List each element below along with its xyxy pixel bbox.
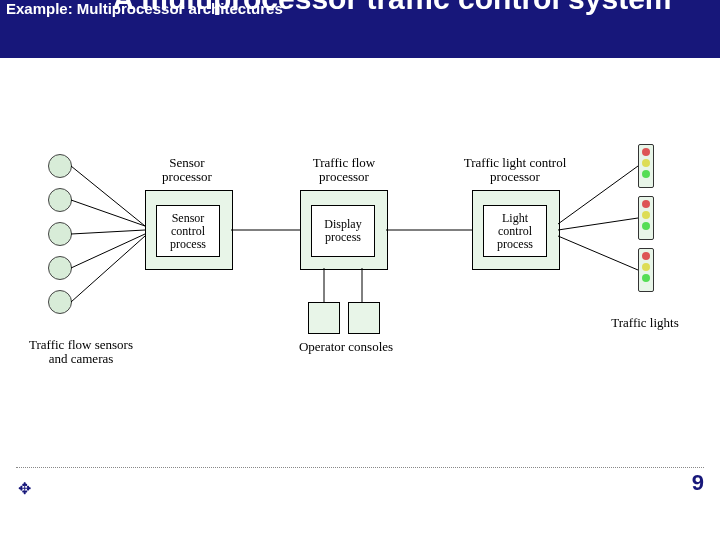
sensor-processor-box: Sensor control process [145, 190, 233, 270]
label-sensors: Traffic flow sensorsand cameras [16, 338, 146, 366]
svg-line-0 [71, 166, 145, 226]
sensor-circle-3 [48, 222, 72, 246]
svg-line-10 [558, 218, 638, 230]
label-light-processor: Traffic light controlprocessor [445, 156, 585, 184]
sensor-process-inner: Sensor control process [156, 205, 220, 257]
sensor-circle-4 [48, 256, 72, 280]
svg-line-1 [71, 200, 145, 226]
page-number: 9 [692, 470, 704, 496]
crosshair-icon: ✥ [18, 479, 31, 498]
svg-line-2 [71, 230, 145, 234]
diagram-wires [0, 58, 720, 500]
sensor-circle-2 [48, 188, 72, 212]
label-flow-processor: Traffic flowprocessor [296, 156, 392, 184]
banner-title: A multiprocessor traffic control system [92, 0, 692, 16]
sensor-circle-1 [48, 154, 72, 178]
title-banner: Example: Multiprocessor architectures A … [0, 0, 720, 58]
sensor-circle-5 [48, 290, 72, 314]
svg-line-3 [71, 234, 145, 268]
traffic-light-1 [638, 144, 654, 188]
flow-processor-box: Display process [300, 190, 388, 270]
flow-process-inner: Display process [311, 205, 375, 257]
diagram-stage: Sensorprocessor Traffic flowprocessor Tr… [0, 58, 720, 500]
traffic-light-3 [638, 248, 654, 292]
svg-line-4 [71, 236, 145, 302]
traffic-light-2 [638, 196, 654, 240]
svg-line-11 [558, 236, 638, 270]
label-consoles: Operator consoles [286, 340, 406, 354]
light-processor-box: Light control process [472, 190, 560, 270]
console-box-1 [308, 302, 340, 334]
footer-rule [16, 467, 704, 468]
light-process-inner: Light control process [483, 205, 547, 257]
console-box-2 [348, 302, 380, 334]
label-sensor-processor: Sensorprocessor [142, 156, 232, 184]
label-traffic-lights: Traffic lights [600, 316, 690, 330]
